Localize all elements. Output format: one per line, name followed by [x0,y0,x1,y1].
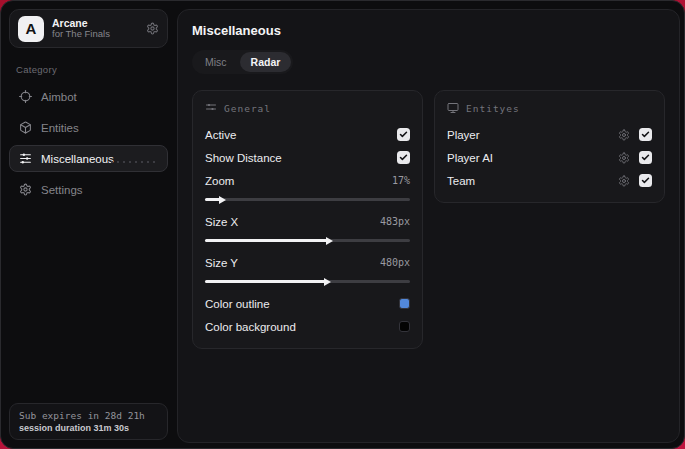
tab-radar[interactable]: Radar [240,52,292,72]
sidebar-item-aimbot[interactable]: Aimbot [9,83,168,110]
slider-thumb[interactable] [324,278,331,286]
color-label: Color background [205,321,296,333]
entity-label: Player AI [447,152,493,164]
color-label: Color outline [205,298,270,310]
page-title: Miscellaneous [192,23,665,38]
player-checkbox[interactable] [639,128,652,141]
sliders-icon [19,152,32,165]
app-window: A Arcane for The Finals Category Aimbot [0,0,685,449]
tab-group: Misc Radar [192,50,293,74]
active-item-dots-decoration [109,159,157,167]
session-duration: session duration 31m 30s [19,423,158,433]
profile-card: A Arcane for The Finals [9,9,168,48]
entity-label: Team [447,175,475,187]
panel-title: Entityes [466,103,520,114]
team-checkbox[interactable] [639,174,652,187]
general-panel: General Active Show Distance Zoom [192,90,423,349]
category-label: Category [16,64,168,75]
entities-panel-header: Entityes [447,102,652,114]
gear-icon[interactable] [618,152,630,164]
app-logo: A [18,16,44,42]
toggle-row-show-distance: Show Distance [205,147,410,168]
slider-row-zoom: Zoom 17% [205,170,410,191]
show-distance-checkbox[interactable] [397,151,410,164]
size-y-slider[interactable] [205,280,410,283]
entity-label: Player [447,129,480,141]
sidebar: A Arcane for The Finals Category Aimbot [1,1,176,448]
sidebar-item-label: Aimbot [41,91,77,103]
sidebar-nav: Aimbot Entities Miscellaneous Settings [9,83,168,203]
sidebar-item-label: Miscellaneous [41,153,114,165]
monitor-icon [447,102,459,114]
entities-panel: Entityes Player Player AI [434,90,665,203]
gear-icon[interactable] [618,129,630,141]
profile-meta: Arcane for The Finals [52,17,138,40]
panel-title: General [224,103,271,114]
slider-thumb[interactable] [219,196,226,204]
cube-icon [19,121,32,134]
slider-row-size-x: Size X 483px [205,211,410,232]
slider-label: Size Y [205,257,238,269]
subscription-expiry: Sub expires in 28d 21h [19,410,158,421]
entity-row-player: Player [447,124,652,145]
slider-row-size-y: Size Y 480px [205,252,410,273]
size-x-slider[interactable] [205,239,410,242]
tab-misc[interactable]: Misc [194,52,238,72]
color-background-swatch[interactable] [399,321,410,332]
color-row-outline: Color outline [205,293,410,314]
sidebar-item-settings[interactable]: Settings [9,176,168,203]
slider-label: Size X [205,216,238,228]
panels-row: General Active Show Distance Zoom [192,90,665,349]
subscription-card: Sub expires in 28d 21h session duration … [9,403,168,440]
slider-fill [205,239,328,242]
sidebar-item-label: Settings [41,184,83,196]
slider-fill [205,198,221,201]
toggle-row-active: Active [205,124,410,145]
sidebar-item-miscellaneous[interactable]: Miscellaneous [9,145,168,172]
sidebar-item-entities[interactable]: Entities [9,114,168,141]
slider-label: Zoom [205,175,234,187]
gear-icon[interactable] [618,175,630,187]
gear-icon[interactable] [146,22,159,35]
player-ai-checkbox[interactable] [639,151,652,164]
entity-row-player-ai: Player AI [447,147,652,168]
color-row-background: Color background [205,316,410,337]
general-panel-header: General [205,102,410,114]
sidebar-item-label: Entities [41,122,79,134]
main-content: Miscellaneous Misc Radar General Active [177,9,680,443]
slider-thumb[interactable] [326,237,333,245]
slider-value: 17% [392,175,410,186]
crosshair-icon [19,90,32,103]
active-checkbox[interactable] [397,128,410,141]
slider-value: 483px [380,216,410,227]
gear-icon [19,183,32,196]
app-subtitle: for The Finals [52,29,138,40]
zoom-slider[interactable] [205,198,410,201]
slider-value: 480px [380,257,410,268]
color-outline-swatch[interactable] [399,298,410,309]
slider-fill [205,280,326,283]
toggle-label: Show Distance [205,152,282,164]
toggle-label: Active [205,129,236,141]
sliders-icon [205,102,217,114]
entity-row-team: Team [447,170,652,191]
